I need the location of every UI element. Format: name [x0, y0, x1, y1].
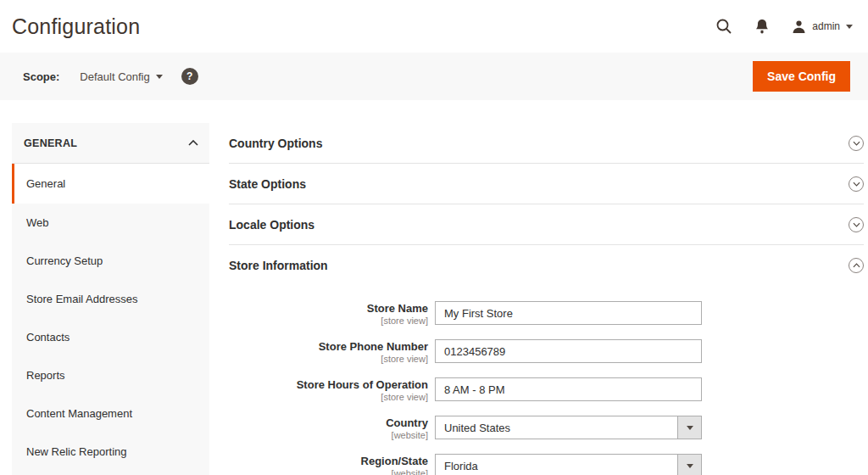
store-information-form: Store Name [store view] Store Phone Numb…	[229, 301, 864, 475]
sidebar-item-label: Reports	[26, 369, 65, 382]
sidebar-item-label: Currency Setup	[26, 254, 103, 267]
sidebar-item-label: Contacts	[26, 331, 70, 344]
accordion-title: State Options	[229, 177, 306, 191]
field-scope-hint: [website]	[229, 429, 428, 441]
account-username: admin	[812, 20, 840, 32]
accordion-state-options[interactable]: State Options	[229, 164, 864, 204]
sidebar-item-web[interactable]: Web	[12, 204, 209, 242]
sidebar-item-label: General	[26, 177, 65, 190]
chevron-down-circle-icon	[849, 217, 864, 232]
field-label: Country	[229, 416, 428, 429]
accordion-title: Country Options	[229, 137, 322, 150]
notifications-bell-icon[interactable]	[754, 19, 770, 35]
sidebar-item-label: Store Email Addresses	[26, 293, 138, 305]
scope-help-icon[interactable]: ?	[181, 68, 198, 85]
field-label: Store Phone Number	[229, 340, 428, 353]
field-label: Store Hours of Operation	[229, 378, 428, 391]
account-menu[interactable]: admin	[792, 20, 853, 34]
sidebar-item-label: New Relic Reporting	[26, 445, 127, 458]
sidebar-item-store-email-addresses[interactable]: Store Email Addresses	[12, 280, 209, 318]
scope-switcher-group: Scope: Default Config ?	[23, 68, 198, 85]
sidebar-item-reports[interactable]: Reports	[12, 356, 209, 394]
page-title: Configuration	[12, 14, 140, 39]
sidebar-item-currency-setup[interactable]: Currency Setup	[12, 242, 209, 280]
field-scope-hint: [store view]	[229, 353, 428, 365]
country-select[interactable]: United States	[435, 416, 702, 439]
scope-toolbar: Scope: Default Config ? Save Config	[0, 53, 868, 100]
scope-caret-down-icon	[156, 75, 163, 79]
sidebar-section-label: GENERAL	[24, 137, 77, 149]
save-config-button[interactable]: Save Config	[753, 61, 850, 92]
caret-down-icon	[687, 426, 693, 430]
accordion-country-options[interactable]: Country Options	[229, 123, 864, 164]
field-region-state: Region/State [website] Florida	[229, 454, 864, 475]
select-dropdown-button[interactable]	[677, 416, 701, 439]
scope-label: Scope:	[23, 70, 59, 83]
accordion-title: Locale Options	[229, 218, 314, 232]
field-scope-hint: [store view]	[229, 391, 428, 403]
field-country: Country [website] United States	[229, 416, 864, 441]
field-label-block: Store Name [store view]	[229, 301, 428, 327]
accordion-locale-options[interactable]: Locale Options	[229, 204, 864, 245]
caret-down-icon	[687, 464, 693, 468]
field-label: Store Name	[229, 302, 428, 315]
chevron-up-icon	[188, 140, 198, 146]
field-label: Region/State	[229, 455, 428, 467]
user-icon	[792, 20, 806, 34]
region-state-select[interactable]: Florida	[435, 454, 702, 475]
field-label-block: Store Phone Number [store view]	[229, 339, 428, 365]
chevron-down-circle-icon	[849, 176, 864, 192]
sidebar-item-contacts[interactable]: Contacts	[12, 318, 209, 356]
accordion-title: Store Information	[229, 259, 328, 272]
field-scope-hint: [store view]	[229, 315, 428, 327]
field-store-name: Store Name [store view]	[229, 301, 864, 327]
store-phone-number-input[interactable]	[435, 339, 702, 363]
sidebar-item-new-relic-reporting[interactable]: New Relic Reporting	[12, 433, 209, 471]
sidebar-item-general[interactable]: General	[12, 164, 209, 204]
header-actions: admin	[715, 18, 853, 35]
field-store-phone-number: Store Phone Number [store view]	[229, 339, 864, 365]
page-header: Configuration admin	[0, 0, 868, 53]
store-hours-input[interactable]	[435, 377, 702, 401]
sidebar-item-label: Content Management	[26, 407, 132, 420]
search-icon[interactable]	[715, 18, 732, 35]
store-name-input[interactable]	[435, 301, 702, 325]
sidebar-section-general[interactable]: GENERAL	[12, 123, 209, 164]
main-area: GENERAL General Web Currency Setup Store…	[0, 100, 868, 475]
select-dropdown-button[interactable]	[677, 455, 701, 475]
scope-current-value: Default Config	[80, 70, 149, 83]
sidebar-item-label: Web	[26, 216, 49, 229]
config-nav-sidebar: GENERAL General Web Currency Setup Store…	[12, 123, 209, 475]
sidebar-item-content-management[interactable]: Content Management	[12, 394, 209, 433]
accordion-store-information[interactable]: Store Information	[229, 245, 864, 286]
scope-switcher[interactable]: Default Config	[80, 70, 162, 83]
field-label-block: Country [website]	[229, 416, 428, 441]
account-caret-down-icon	[846, 25, 853, 29]
config-content: Country Options State Options Locale Opt…	[229, 123, 864, 475]
field-scope-hint: [website]	[229, 467, 428, 475]
field-label-block: Region/State [website]	[229, 454, 428, 475]
field-store-hours: Store Hours of Operation [store view]	[229, 377, 864, 403]
field-label-block: Store Hours of Operation [store view]	[229, 377, 428, 403]
chevron-down-circle-icon	[849, 136, 864, 151]
chevron-up-circle-icon	[849, 258, 864, 273]
region-state-selected-value: Florida	[436, 455, 677, 475]
country-selected-value: United States	[436, 416, 677, 439]
